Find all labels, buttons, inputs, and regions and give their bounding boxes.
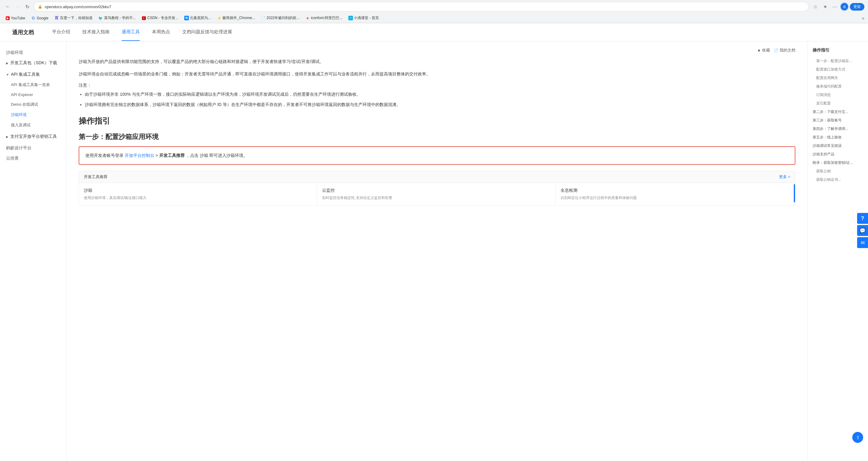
highlight-link[interactable]: 开放平台控制台	[125, 153, 154, 158]
bookmark-icon-1: G	[31, 16, 35, 20]
nav-item-1[interactable]: 技术接入指南	[82, 24, 110, 41]
bookmark-item-1[interactable]: GGoogle	[29, 16, 50, 21]
lock-icon: 🔒	[38, 4, 42, 9]
right-sidebar-item-0[interactable]: 第一步：配置沙箱应...	[813, 57, 863, 65]
nav-item-4[interactable]: 文档问题反馈与处理进展	[182, 24, 232, 41]
highlight-before: 使用开发者账号登录	[85, 153, 123, 158]
bookmark-icon-9: 小	[348, 16, 352, 20]
subsection-title: 第一步：配置沙箱应用环境	[79, 132, 795, 141]
profile-button[interactable]: 名	[840, 2, 849, 11]
right-sidebar-item-3[interactable]: 服务端代码配置	[813, 82, 863, 91]
breadcrumb-action-icon-1: 📄	[774, 48, 778, 53]
note-item-1: 沙箱环境拥有完全独立的数据体系，沙箱环境下返回的数据（例如用户 ID 等）在生产…	[85, 101, 795, 109]
bookmark-item-6[interactable]: ⚡极简插件_Chrome...	[215, 15, 257, 21]
right-sidebar-item-1[interactable]: 配置接口加签方式	[813, 65, 863, 74]
bookmark-label-5: 元素底部为...	[190, 16, 211, 21]
url-text: opendocs.alipay.com/common/02kkv7	[45, 4, 111, 9]
extensions-btn[interactable]: ✶	[821, 2, 829, 11]
bookmark-label-6: 极简插件_Chrome...	[222, 16, 255, 21]
bookmark-item-9[interactable]: 小小滴课堂 - 首页	[346, 15, 381, 21]
right-sidebar-item-14[interactable]: 获取公钥证书...	[813, 175, 863, 184]
right-sidebar-item-11[interactable]: 沙箱支持产品	[813, 150, 863, 159]
dev-tools-preview: 开发工具推荐 更多 > 沙箱使用沙箱环境，真实测试/验证接口能力云监控实时监控业…	[79, 171, 795, 206]
bookmarks-more-btn[interactable]: »	[862, 16, 864, 21]
bookmark-item-4[interactable]: CCSDN - 专业开发...	[140, 15, 180, 21]
right-sidebar-item-10[interactable]: 沙箱调试常见错误	[813, 141, 863, 150]
sidebar-item-1-1[interactable]: API Explorer	[0, 90, 66, 99]
bookmark-item-5[interactable]: 知元素底部为...	[183, 15, 213, 21]
right-sidebar-item-4[interactable]: 订阅消息	[813, 91, 863, 99]
highlight-text: 使用开发者账号登录 开放平台控制台 > 开发工具推荐 ，点击 沙箱 即可进入沙箱…	[85, 152, 789, 159]
dev-tool-item-1[interactable]: 云监控实时监控业务稳定性,支持自定义监控和告警	[317, 183, 555, 205]
right-sidebar: 操作指引 第一步：配置沙箱应...配置接口加签方式配置应用网关服务端代码配置订阅…	[807, 41, 868, 461]
bookmark-label-8: iconfont-阿里巴巴...	[311, 16, 342, 21]
sidebar-item-1-0[interactable]: API 集成工具集一览表	[0, 80, 66, 90]
help-float-btn[interactable]: ?	[857, 213, 868, 224]
bookmark-item-7[interactable]: 📄2022年被问到的前...	[259, 15, 302, 21]
bookmark-icon-3: 🐦	[99, 16, 103, 20]
nav-item-0[interactable]: 平台介绍	[52, 24, 70, 41]
bookmark-item-2[interactable]: 百百度一下，你就知道	[53, 15, 94, 21]
dev-tool-item-0[interactable]: 沙箱使用沙箱环境，真实测试/验证接口能力	[79, 183, 317, 205]
sidebar-bottom-item-1[interactable]: 云排查	[0, 153, 66, 164]
mail-float-btn[interactable]: ✉	[857, 237, 868, 248]
dev-tool-name-1: 云监控	[322, 188, 550, 193]
bookmark-item-8[interactable]: ★iconfont-阿里巴巴...	[304, 15, 344, 21]
forward-button[interactable]: →	[13, 2, 22, 11]
right-sidebar-item-12[interactable]: 附录：获取加签密钥/证...	[813, 159, 863, 167]
right-sidebar-item-6[interactable]: 第二步：下载支付宝...	[813, 108, 863, 116]
sidebar-section-header-2[interactable]: ▶支付宝开放平台密钥工具	[0, 132, 66, 142]
float-buttons: ? 💬 ✉	[857, 213, 868, 248]
bookmark-item-0[interactable]: ▶YouTube	[4, 16, 27, 21]
dev-tool-desc-2: 识别和定位小程序运行过程中的质量和体验问题	[560, 195, 789, 201]
bookmark-icon-5: 知	[184, 16, 189, 20]
right-sidebar-item-9[interactable]: 第五步：线上验收	[813, 133, 863, 141]
chevron-icon-2: ▶	[6, 135, 8, 138]
dev-tool-desc-1: 实时监控业务稳定性,支持自定义监控和告警	[322, 195, 550, 201]
chat-float-btn[interactable]: 💬	[857, 225, 868, 236]
nav-buttons: ← → ↻	[4, 2, 31, 11]
intro-para-1: 沙箱为开放的产品提供有限功能范围的支持，可以覆盖产品的绝大部分核心链路和对接逻辑…	[79, 58, 795, 65]
bookmark-label-3: 菜鸟教程 - 学的不...	[104, 16, 136, 21]
bookmark-icon-2: 百	[55, 16, 59, 20]
bookmarks-bar: ▶YouTubeGGoogle百百度一下，你就知道🐦菜鸟教程 - 学的不...C…	[0, 13, 868, 23]
chevron-icon-1: ▼	[6, 73, 9, 76]
bookmark-item-3[interactable]: 🐦菜鸟教程 - 学的不...	[97, 15, 138, 21]
bookmark-label-0: YouTube	[11, 16, 25, 20]
right-sidebar-item-5[interactable]: 其它配置	[813, 99, 863, 108]
sidebar-bottom-item-0[interactable]: 蚂蚁设计平台	[0, 143, 66, 153]
main-content: ★收藏📄我的文档 沙箱为开放的产品提供有限功能范围的支持，可以覆盖产品的绝大部分…	[67, 41, 807, 461]
browser-toolbar: ← → ↻ 🔒 opendocs.alipay.com/common/02kkv…	[0, 0, 868, 13]
address-bar[interactable]: 🔒 opendocs.alipay.com/common/02kkv7	[34, 2, 809, 11]
bookmark-label-9: 小滴课堂 - 首页	[354, 16, 379, 21]
nav-item-3[interactable]: 本周热点	[152, 24, 170, 41]
breadcrumb-bar: ★收藏📄我的文档	[79, 48, 795, 53]
sidebar-item-1-2[interactable]: Demo 在线调试	[0, 99, 66, 110]
reload-button[interactable]: ↻	[23, 2, 31, 11]
sidebar-section-header-0[interactable]: ▶开发工具包（SDK）下载	[0, 58, 66, 68]
nav-item-2[interactable]: 通用工具	[122, 24, 140, 41]
sidebar-section-header-1[interactable]: ▼API 集成工具集	[0, 69, 66, 80]
site-logo: 通用文档	[12, 29, 34, 36]
breadcrumb-action-1[interactable]: 📄我的文档	[774, 48, 795, 53]
bookmark-icon-6: ⚡	[217, 16, 221, 20]
breadcrumb-action-label-1: 我的文档	[780, 48, 795, 53]
bookmark-icon-0: ▶	[5, 16, 10, 20]
update-button[interactable]: 更新	[850, 3, 864, 10]
right-sidebar-item-2[interactable]: 配置应用网关	[813, 74, 863, 82]
right-sidebar-item-7[interactable]: 第三步：获取账号	[813, 116, 863, 124]
right-sidebar-item-8[interactable]: 第四步：了解并调用...	[813, 124, 863, 133]
sidebar-section-label-1: API 集成工具集	[11, 72, 40, 77]
sidebar-item-1-3[interactable]: 沙箱环境	[0, 110, 66, 120]
dev-tools-more[interactable]: 更多 >	[779, 174, 790, 180]
scroll-top-btn[interactable]: ⇧	[852, 432, 863, 443]
dev-tool-item-2[interactable]: 全息检测识别和定位小程序运行过程中的质量和体验问题	[556, 183, 794, 205]
right-sidebar-item-13[interactable]: 获取公钥	[813, 167, 863, 175]
menu-btn[interactable]: ⋯	[831, 2, 839, 11]
bookmark-btn[interactable]: ☆	[811, 2, 819, 11]
sidebar-item-1-4[interactable]: 接入及调试	[0, 120, 66, 130]
breadcrumb-action-0[interactable]: ★收藏	[757, 48, 770, 53]
highlight-box: 使用开发者账号登录 开放平台控制台 > 开发工具推荐 ，点击 沙箱 即可进入沙箱…	[79, 146, 795, 165]
back-button[interactable]: ←	[4, 2, 12, 11]
sidebar-top-item[interactable]: 沙箱环境	[0, 48, 66, 58]
